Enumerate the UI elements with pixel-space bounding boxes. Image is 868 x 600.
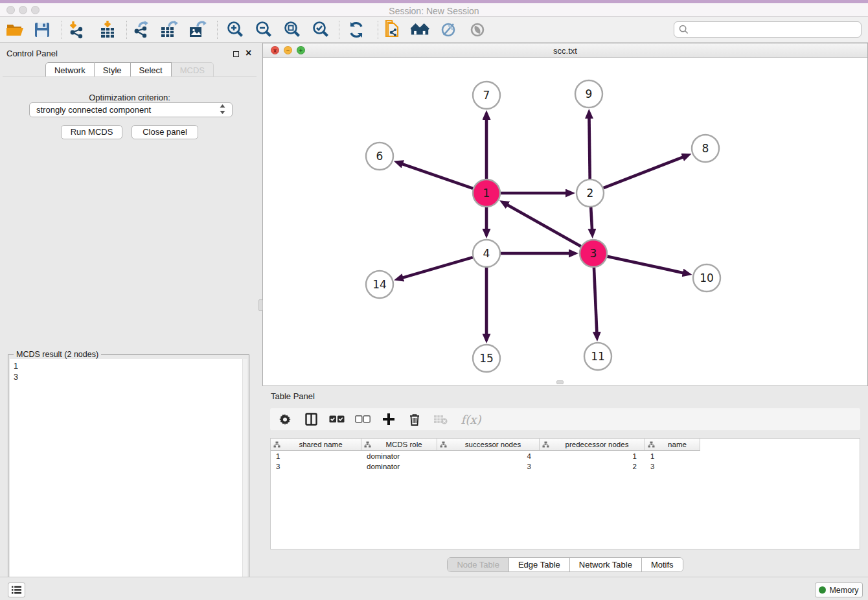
column-header-shared-name[interactable]: shared name <box>271 439 361 451</box>
export-network-icon[interactable] <box>131 21 151 39</box>
zoom-out-icon[interactable] <box>254 21 273 39</box>
table-cell[interactable]: 2 <box>540 461 645 472</box>
search-icon <box>679 25 689 34</box>
save-session-icon[interactable] <box>32 21 52 39</box>
zoom-selected-icon[interactable] <box>311 21 330 39</box>
edge-2-8[interactable] <box>604 157 683 188</box>
table-row[interactable]: 1dominator411 <box>271 451 860 461</box>
close-panel-button[interactable]: Close panel <box>131 125 198 139</box>
mcds-result-list[interactable]: 13 <box>10 359 242 597</box>
table-toolbar: f(x) <box>270 408 860 430</box>
toolbar-separator <box>339 21 339 39</box>
table-cell[interactable]: 4 <box>437 451 540 461</box>
memory-status-icon <box>819 586 826 594</box>
edge-3-1[interactable] <box>507 205 581 246</box>
network-canvas[interactable]: 1234678910111415 <box>263 58 867 386</box>
tab-node-table[interactable]: Node Table <box>448 558 508 571</box>
result-scrollbar[interactable] <box>242 359 247 597</box>
table-cell[interactable]: dominator <box>361 461 437 472</box>
optimization-criterion-label: Optimization criterion: <box>3 93 257 102</box>
network-window-title: scc.txt <box>263 46 867 56</box>
table-row[interactable]: 3dominator323 <box>271 461 860 472</box>
table-cell[interactable]: 1 <box>645 451 700 461</box>
column-header-predecessor-nodes[interactable]: predecessor nodes <box>540 439 645 451</box>
column-tree-icon <box>440 441 447 448</box>
optimization-criterion-select[interactable]: strongly connected component <box>29 102 233 117</box>
node-label-3: 3 <box>590 247 597 260</box>
apply-layout-icon[interactable] <box>347 21 366 39</box>
show-all-networks-icon[interactable] <box>411 21 430 39</box>
node-label-10: 10 <box>700 271 714 284</box>
run-mcds-button[interactable]: Run MCDS <box>61 125 122 139</box>
mcds-result-title: MCDS result (2 nodes) <box>14 350 101 359</box>
memory-button-label: Memory <box>829 586 858 595</box>
zoom-fit-icon[interactable] <box>282 21 302 39</box>
mcds-result-item: 1 <box>14 361 242 372</box>
node-label-9: 9 <box>586 87 593 100</box>
import-table-icon[interactable] <box>98 21 117 39</box>
float-panel-icon[interactable] <box>233 48 240 55</box>
column-header-successor-nodes[interactable]: successor nodes <box>437 439 540 451</box>
status-bar: Memory <box>0 577 868 600</box>
new-network-icon[interactable] <box>382 21 402 39</box>
table-cell[interactable]: 3 <box>437 461 540 472</box>
import-network-icon[interactable] <box>67 21 86 39</box>
show-column-icon[interactable] <box>303 411 319 428</box>
column-tree-icon <box>273 441 280 448</box>
panel-divider-handle-horizontal[interactable] <box>556 380 564 384</box>
search-field[interactable] <box>674 21 862 38</box>
mcds-result-group: MCDS result (2 nodes) 13 <box>8 354 249 599</box>
select-all-columns-icon[interactable] <box>328 411 345 428</box>
function-builder-icon[interactable]: f(x) <box>458 411 484 428</box>
node-table[interactable]: shared nameMCDS rolesuccessor nodesprede… <box>270 438 860 549</box>
edge-2-3[interactable] <box>591 207 592 229</box>
table-cell[interactable]: 3 <box>271 461 361 472</box>
tab-edge-table[interactable]: Edge Table <box>508 558 569 571</box>
table-settings-gear-icon[interactable] <box>277 411 293 428</box>
toolbar-separator <box>126 21 127 39</box>
delete-table-icon[interactable] <box>432 411 449 428</box>
hide-graphics-details-icon[interactable] <box>439 21 459 39</box>
edge-2-9[interactable] <box>589 118 589 179</box>
toolbar-separator <box>217 21 218 39</box>
table-panel: Table Panel × f(x) shared nameMCDS roles… <box>262 386 868 577</box>
node-label-1: 1 <box>483 187 490 200</box>
app-titlebar: Session: New Session <box>0 3 868 17</box>
memory-button[interactable]: Memory <box>815 583 863 597</box>
close-panel-icon[interactable]: × <box>246 47 253 54</box>
table-cell[interactable]: 1 <box>271 451 361 461</box>
edge-3-10[interactable] <box>607 257 683 273</box>
zoom-in-icon[interactable] <box>225 21 245 39</box>
edge-1-6[interactable] <box>402 164 473 189</box>
export-image-icon[interactable] <box>188 21 208 39</box>
network-graph[interactable]: 1234678910111415 <box>263 58 867 386</box>
tab-motifs[interactable]: Motifs <box>641 558 683 571</box>
table-cell[interactable]: 1 <box>540 451 645 461</box>
open-file-icon[interactable] <box>5 21 25 39</box>
table-cell[interactable]: dominator <box>361 451 437 461</box>
tab-network-table[interactable]: Network Table <box>569 558 641 571</box>
show-graphics-details-icon[interactable] <box>468 21 487 39</box>
column-header-name[interactable]: name <box>645 439 700 451</box>
unselect-all-columns-icon[interactable] <box>354 411 371 428</box>
node-label-8: 8 <box>702 142 709 155</box>
node-label-6: 6 <box>376 150 383 163</box>
edge-4-14[interactable] <box>403 257 473 278</box>
delete-column-trash-icon[interactable] <box>406 411 423 428</box>
toolbar-separator <box>62 21 62 39</box>
network-window-titlebar[interactable]: x − + scc.txt <box>263 43 867 58</box>
search-input[interactable] <box>692 25 861 34</box>
column-tree-icon <box>648 441 655 448</box>
table-cell[interactable]: 3 <box>645 461 700 472</box>
node-label-7: 7 <box>483 89 490 102</box>
create-new-column-icon[interactable] <box>380 411 397 428</box>
toolbar-separator <box>378 21 378 39</box>
panel-divider-handle-vertical[interactable] <box>258 299 263 311</box>
export-table-icon[interactable] <box>160 21 179 39</box>
network-view-window: x − + scc.txt 1234678910111415 <box>262 43 868 386</box>
column-header-MCDS-role[interactable]: MCDS role <box>361 439 437 451</box>
show-panels-list-button[interactable] <box>8 583 25 597</box>
node-label-14: 14 <box>372 278 387 291</box>
edge-3-11[interactable] <box>594 268 597 332</box>
list-icon <box>12 586 21 594</box>
